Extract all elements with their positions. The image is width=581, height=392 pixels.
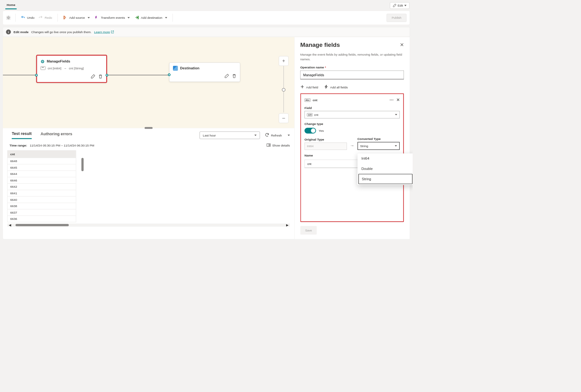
grid-row: 6642 bbox=[7, 183, 76, 190]
arrow-right-icon: → bbox=[63, 66, 67, 70]
field-label: Field bbox=[305, 106, 400, 109]
more-icon[interactable]: ⋯ bbox=[390, 97, 394, 102]
tab-authoring-errors[interactable]: Authoring errors bbox=[41, 132, 72, 139]
show-details-button[interactable]: Show details bbox=[266, 143, 290, 147]
pencil-icon bbox=[393, 4, 396, 7]
close-panel-button[interactable]: ✕ bbox=[400, 42, 404, 48]
external-link-icon bbox=[111, 30, 114, 33]
node-map-from: cnt [Int64] bbox=[48, 66, 62, 70]
tab-test-result[interactable]: Test result bbox=[12, 131, 32, 139]
edit-node-icon[interactable] bbox=[225, 74, 229, 79]
port-in[interactable] bbox=[35, 74, 38, 77]
panel-description: Manage the event fields by adding fields… bbox=[300, 52, 404, 62]
separator bbox=[57, 14, 58, 22]
converted-type-select[interactable]: String bbox=[357, 142, 400, 150]
zoom-thumb[interactable] bbox=[282, 88, 285, 92]
add-all-fields-button[interactable]: Add all fields bbox=[324, 85, 348, 89]
number-icon: 123 bbox=[307, 113, 313, 117]
learn-more-link[interactable]: Learn more bbox=[94, 30, 114, 34]
learn-more-label: Learn more bbox=[94, 30, 110, 34]
show-details-label: Show details bbox=[272, 144, 290, 147]
node-title: Destination bbox=[180, 66, 200, 70]
chevron-down-icon[interactable] bbox=[288, 135, 290, 136]
chevron-down-icon bbox=[395, 145, 397, 146]
remove-field-icon[interactable]: ✕ bbox=[396, 97, 400, 102]
zoom-out-button[interactable]: – bbox=[279, 113, 288, 123]
splitter-handle[interactable] bbox=[145, 127, 153, 129]
node-map-to: cnt [String] bbox=[69, 66, 84, 70]
chevron-down-icon bbox=[127, 17, 130, 18]
chevron-down-icon bbox=[165, 17, 167, 18]
chevron-down-icon bbox=[254, 135, 256, 136]
horizontal-scrollbar[interactable]: ◀ ▶ bbox=[7, 224, 290, 227]
original-type-label: Original Type bbox=[305, 138, 347, 141]
undo-label: Undo bbox=[27, 16, 35, 19]
change-type-toggle[interactable] bbox=[305, 128, 316, 133]
grid-row: 6637 bbox=[7, 209, 76, 216]
edit-button[interactable]: Edit bbox=[390, 2, 410, 9]
time-range-value: 11/14/24 05:30:15 PM – 11/14/24 06:30:15… bbox=[30, 144, 94, 147]
add-source-icon bbox=[63, 15, 67, 20]
time-preset-label: Last hour bbox=[203, 133, 216, 137]
change-type-label: Change type bbox=[305, 122, 400, 126]
node-manage-fields[interactable]: ⚙ ManageFields cnt [Int64] → cnt [String… bbox=[36, 55, 107, 83]
abc-icon: Abc bbox=[305, 98, 310, 102]
result-grid: cnt 6648 6645 6644 6646 6642 6641 6640 6… bbox=[7, 150, 76, 222]
plus-icon bbox=[300, 85, 304, 89]
node-destination[interactable]: Destination bbox=[169, 62, 240, 82]
gear-icon[interactable] bbox=[6, 15, 11, 20]
horizontal-scrollbar-thumb[interactable] bbox=[16, 224, 69, 226]
edit-button-label: Edit bbox=[398, 4, 403, 7]
time-range-label: Time range: bbox=[10, 144, 27, 147]
manage-fields-panel: Manage fields ✕ Manage the event fields … bbox=[294, 37, 410, 239]
info-icon: i bbox=[6, 29, 11, 34]
toolbar: Undo Redo Add source Transform events Ad… bbox=[3, 11, 410, 25]
separator bbox=[15, 14, 16, 22]
tab-home[interactable]: Home bbox=[5, 2, 17, 9]
panel-title: Manage fields bbox=[300, 42, 340, 48]
change-type-value: Yes bbox=[319, 129, 324, 132]
top-tabs: Home Edit bbox=[3, 0, 410, 9]
lightning-icon bbox=[324, 85, 328, 89]
results-panel: Test result Authoring errors Last hour R… bbox=[3, 128, 294, 229]
rename-icon bbox=[41, 66, 46, 70]
redo-label: Redo bbox=[45, 16, 52, 19]
delete-node-icon[interactable] bbox=[98, 74, 103, 79]
add-field-button[interactable]: Add field bbox=[300, 85, 318, 89]
canvas[interactable]: ⚙ ManageFields cnt [Int64] → cnt [String… bbox=[3, 37, 294, 128]
vertical-scrollbar-thumb[interactable] bbox=[82, 158, 84, 171]
original-type-input bbox=[305, 143, 347, 150]
zoom-in-button[interactable]: + bbox=[279, 56, 288, 66]
dropdown-option-string[interactable]: String bbox=[358, 174, 412, 184]
refresh-button[interactable]: Refresh bbox=[264, 131, 283, 139]
converted-type-dropdown: Int64 Double String bbox=[357, 153, 412, 185]
edge bbox=[3, 75, 36, 75]
add-destination-icon bbox=[135, 15, 139, 20]
port-in[interactable] bbox=[168, 73, 171, 76]
delete-node-icon[interactable] bbox=[232, 74, 236, 79]
field-select[interactable]: 123 cnt bbox=[305, 111, 400, 118]
grid-header[interactable]: cnt bbox=[7, 151, 76, 158]
chevron-down-icon bbox=[404, 5, 406, 6]
chevron-down-icon bbox=[395, 114, 397, 115]
edit-node-icon[interactable] bbox=[91, 74, 95, 79]
transform-button[interactable]: Transform events bbox=[94, 14, 131, 22]
time-preset-dropdown[interactable]: Last hour bbox=[200, 131, 260, 139]
arrow-right-icon: → bbox=[350, 143, 354, 150]
undo-button[interactable]: Undo bbox=[20, 14, 35, 22]
edge bbox=[107, 75, 169, 75]
field-card-name: cnt bbox=[313, 98, 317, 102]
operation-name-input[interactable] bbox=[300, 71, 404, 79]
dropdown-option-int64[interactable]: Int64 bbox=[357, 153, 412, 164]
separator bbox=[172, 14, 173, 22]
add-destination-button[interactable]: Add destination bbox=[134, 14, 168, 22]
add-source-button[interactable]: Add source bbox=[62, 14, 91, 22]
grid-row: 6644 bbox=[7, 171, 76, 177]
dropdown-option-double[interactable]: Double bbox=[357, 164, 412, 174]
add-destination-label: Add destination bbox=[141, 16, 162, 19]
refresh-icon bbox=[265, 133, 269, 138]
destination-icon bbox=[173, 66, 178, 71]
port-out[interactable] bbox=[106, 74, 108, 77]
save-button: Save bbox=[300, 226, 317, 235]
field-card: Abc cnt ⋯ ✕ Field 123 cnt Change type bbox=[300, 93, 404, 222]
